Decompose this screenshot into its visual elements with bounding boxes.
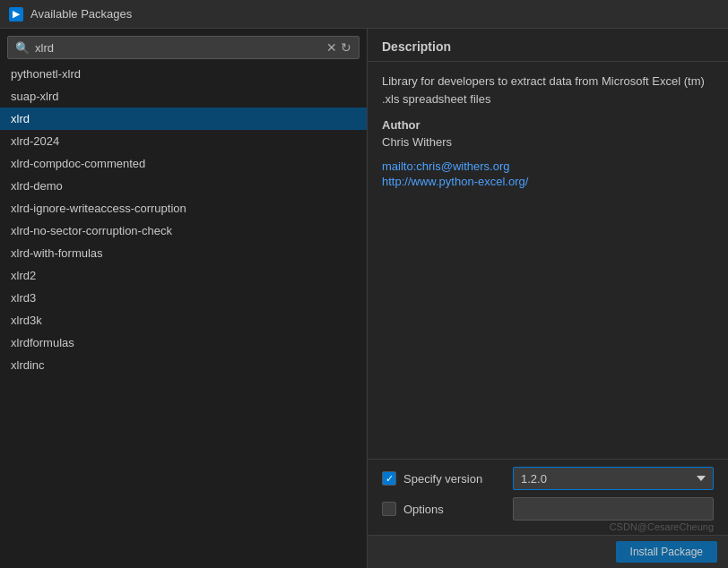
list-item[interactable]: xlrd2 <box>0 264 367 287</box>
search-input[interactable] <box>35 41 326 55</box>
author-website-link[interactable]: http://www.python-excel.org/ <box>382 175 714 188</box>
list-item[interactable]: xlrd <box>0 108 367 130</box>
window-title: Available Packages <box>30 7 132 21</box>
description-text: Library for developers to extract data f… <box>382 73 714 108</box>
options-input[interactable] <box>513 497 714 521</box>
author-name: Chris Withers <box>382 135 714 149</box>
description-body: Library for developers to extract data f… <box>368 62 728 459</box>
clear-search-button[interactable]: ✕ <box>326 40 337 55</box>
options-checkbox-wrapper[interactable]: Options <box>382 502 513 516</box>
list-item[interactable]: pythonetl-xlrd <box>0 63 367 85</box>
list-item[interactable]: xlrdformulas <box>0 331 367 354</box>
list-item[interactable]: suap-xlrd <box>0 85 367 108</box>
specify-version-checkbox[interactable]: ✓ <box>382 471 396 486</box>
options-row: Options <box>382 497 714 521</box>
package-list: pythonetl-xlrdsuap-xlrdxlrdxlrd-2024xlrd… <box>0 63 367 568</box>
search-bar: 🔍 ✕ ↻ <box>7 36 360 59</box>
list-item[interactable]: xlrd-ignore-writeaccess-corruption <box>0 197 367 219</box>
left-panel: 🔍 ✕ ↻ pythonetl-xlrdsuap-xlrdxlrdxlrd-20… <box>0 29 368 568</box>
watermark: CSDN@CesareCheung <box>610 521 714 532</box>
options-checkbox[interactable] <box>382 502 396 516</box>
title-bar: ▶ Available Packages <box>0 0 728 29</box>
search-icon: 🔍 <box>15 41 30 55</box>
author-email-link[interactable]: mailto:chris@withers.org <box>382 159 714 173</box>
specify-version-checkbox-wrapper[interactable]: ✓ Specify version <box>382 471 513 486</box>
bottom-bar: Install Package <box>368 535 728 568</box>
list-item[interactable]: xlrd-compdoc-commented <box>0 152 367 175</box>
description-header: Description <box>368 29 728 62</box>
specify-version-row: ✓ Specify version 1.2.02.0.11.1.01.0.00.… <box>382 467 714 490</box>
checkbox-check-icon: ✓ <box>386 474 394 484</box>
options-label: Options <box>403 503 502 516</box>
list-item[interactable]: xlrd-no-sector-corruption-check <box>0 219 367 242</box>
refresh-button[interactable]: ↻ <box>341 40 351 55</box>
list-item[interactable]: xlrd-demo <box>0 175 367 197</box>
version-select[interactable]: 1.2.02.0.11.1.01.0.00.9.4 <box>513 467 714 490</box>
list-item[interactable]: xlrdinc <box>0 354 367 376</box>
list-item[interactable]: xlrd-with-formulas <box>0 242 367 264</box>
right-panel: Description Library for developers to ex… <box>368 29 728 568</box>
list-item[interactable]: xlrd-2024 <box>0 130 367 152</box>
list-item[interactable]: xlrd3k <box>0 309 367 331</box>
install-package-button[interactable]: Install Package <box>616 541 717 563</box>
author-label: Author <box>382 118 714 132</box>
list-item[interactable]: xlrd3 <box>0 287 367 309</box>
specify-version-label: Specify version <box>403 472 502 486</box>
app-icon: ▶ <box>9 7 23 22</box>
main-layout: 🔍 ✕ ↻ pythonetl-xlrdsuap-xlrdxlrdxlrd-20… <box>0 29 728 568</box>
